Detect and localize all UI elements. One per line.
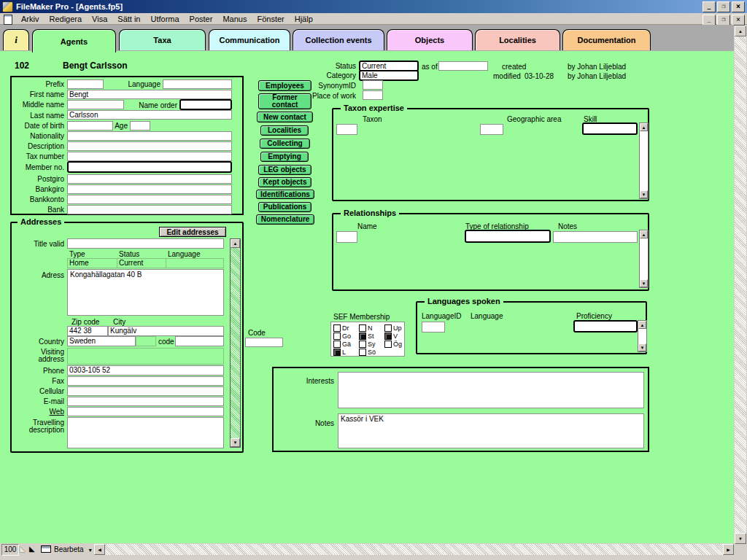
sef-checkbox-go[interactable]: Go [333,332,351,340]
cellular-field[interactable] [67,386,224,396]
tab-objects[interactable]: Objects [387,29,473,50]
countrycode-field[interactable] [175,336,224,346]
sef-checkbox-sy[interactable]: Sy [359,341,376,348]
phone-field[interactable]: 0303-105 52 [67,365,224,376]
zip-field[interactable]: 442 38 [67,326,108,336]
taxon-field[interactable] [336,124,357,135]
leg-objects-button[interactable]: LEG objects [258,165,311,175]
interests-field[interactable] [338,372,644,408]
collecting-button[interactable]: Collecting [260,139,310,149]
sef-checkbox-og[interactable]: Ög [384,341,402,348]
edit-addresses-button[interactable]: Edit addresses [159,227,226,237]
firstname-field[interactable]: Bengt [67,90,232,99]
publications-button[interactable]: Publications [258,202,311,212]
placeofwork-field[interactable] [363,90,383,100]
vscroll-down-icon[interactable] [735,533,746,544]
tab-taxa[interactable]: Taxa [119,29,206,50]
email-field[interactable] [67,397,224,406]
languages-scrollbar[interactable] [638,320,647,352]
child-restore-icon[interactable] [717,15,730,26]
relationships-scrollbar[interactable] [639,230,649,288]
bank-field[interactable] [67,205,232,214]
fax-field[interactable] [67,376,224,386]
menu-poster[interactable]: Poster [185,14,218,24]
nomenclature-button[interactable]: Nomenclature [256,214,314,225]
web-field[interactable] [67,407,224,416]
vscroll-track[interactable] [735,36,746,533]
kept-objects-button[interactable]: Kept objects [258,177,311,187]
hscroll-right-icon[interactable] [723,544,734,555]
proficiency-field[interactable] [573,320,638,332]
bankgiro-field[interactable] [67,184,232,194]
tab-localities[interactable]: Localities [475,29,560,50]
menu-manus[interactable]: Manus [217,14,252,24]
child-minimize-icon[interactable] [703,15,716,26]
vscroll-up-icon[interactable] [735,26,746,36]
layout-mode-icon[interactable] [41,545,51,553]
sef-checkbox-so[interactable]: Sö [359,349,376,356]
mode-dropdown[interactable]: Bearbeta ▼ [54,545,93,555]
former-contact-button[interactable]: Former contact [258,93,311,109]
identifications-button[interactable]: Identifications [256,190,314,199]
member-field[interactable] [67,161,232,173]
scroll-up-icon[interactable] [640,123,648,131]
dob-field[interactable] [67,121,113,131]
sef-checkbox-dr[interactable]: Dr [333,324,349,332]
employees-button[interactable]: Employees [258,80,311,91]
sef-checkbox-st[interactable]: St [359,332,374,340]
rel-name-field[interactable] [336,231,357,243]
sef-checkbox-v[interactable]: V [384,332,398,340]
scroll-down-icon[interactable] [640,279,648,287]
emptying-button[interactable]: Emptying [260,152,309,162]
tab-agents[interactable]: Agents [32,29,116,52]
titlevalid-field[interactable] [67,238,224,249]
close-icon[interactable] [732,1,745,12]
web-label[interactable]: Web [12,408,64,416]
taxon-scrollbar[interactable] [639,122,649,199]
languageid-field[interactable] [422,322,445,332]
synonymid-field[interactable] [363,80,383,90]
sef-checkbox-l[interactable]: L [333,349,346,356]
nameorder-field[interactable] [179,99,232,110]
minimize-icon[interactable] [703,1,716,12]
menu-hjalp[interactable]: Hjälp [290,14,318,24]
zoom-out-icon[interactable]: ◣ [20,545,26,553]
zoom-in-icon[interactable]: ◣ [29,545,35,553]
nationality-field[interactable] [67,131,232,141]
language-field[interactable] [163,79,232,89]
hscroll-left-icon[interactable] [94,544,105,555]
tab-communication[interactable]: Communication [209,29,290,50]
age-field[interactable] [130,121,150,131]
lastname-field[interactable]: Carlsson [67,110,232,120]
tab-collection-events[interactable]: Collection events [293,29,384,50]
addr-status-cell[interactable]: Current [117,258,166,268]
scroll-down-icon[interactable] [638,343,646,351]
category-field[interactable]: Male [359,70,419,81]
menu-utforma[interactable]: Utforma [145,14,184,24]
prefix-field[interactable] [67,79,104,89]
adress-field[interactable]: Kongahällagatan 40 B [67,269,224,316]
notes-field[interactable]: Kassör i VEK [338,413,644,448]
rel-notes-field[interactable] [553,231,638,243]
sef-checkbox-ga[interactable]: Gä [333,341,351,348]
document-icon[interactable] [4,15,12,25]
menu-fonster[interactable]: Fönster [252,14,289,24]
city-field[interactable]: Kungälv [108,326,224,336]
scroll-up-icon[interactable] [640,230,648,238]
scroll-down-icon[interactable] [231,438,240,447]
middlename-field[interactable] [67,100,124,109]
asof-field[interactable] [438,61,488,71]
code-field[interactable] [245,338,283,347]
child-close-icon[interactable] [732,15,745,26]
sef-checkbox-up[interactable]: Up [384,324,402,332]
sef-checkbox-n[interactable]: N [359,324,373,332]
visiting-field[interactable] [67,348,224,365]
bankkonto-field[interactable] [67,195,232,204]
restore-icon[interactable] [717,1,730,12]
hscroll-track[interactable] [105,544,723,555]
tab-info[interactable]: i [3,29,29,50]
tab-documentation[interactable]: Documentation [562,29,651,50]
rel-type-field[interactable] [465,230,551,243]
menu-visa[interactable]: Visa [87,14,112,24]
menu-arkiv[interactable]: Arkiv [16,14,44,24]
